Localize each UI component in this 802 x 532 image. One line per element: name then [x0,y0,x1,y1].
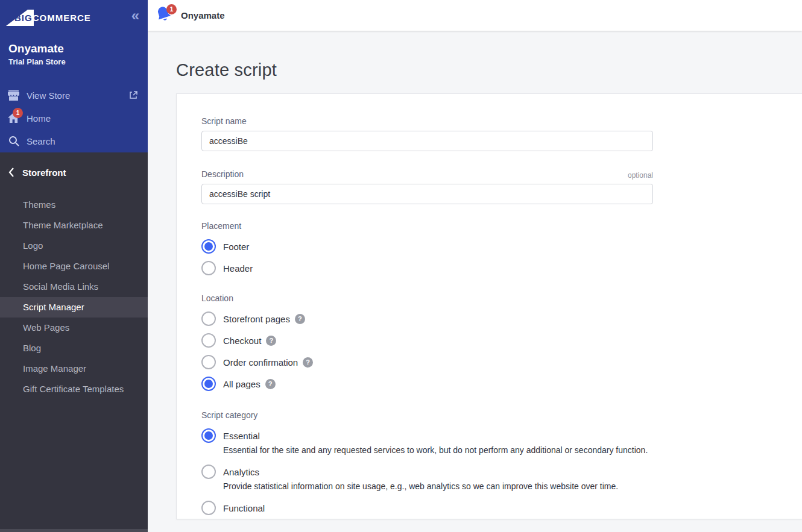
search-icon [7,135,20,147]
store-info: Onyamate Trial Plan Store [8,42,148,67]
storefront-section-header[interactable]: Storefront [0,163,148,181]
category-description: Essential for the site and any requested… [223,444,802,456]
bigcommerce-logo-mark: BIG COMMERCE [6,10,91,26]
sidebar-item-home-page-carousel[interactable]: Home Page Carousel [0,256,148,277]
create-script-form-card: Script name Description optional Placeme [176,93,802,519]
location-group: Location Storefront pages ? Checkout ? [201,293,802,391]
category-option-essential: Essential Essential for the site and any… [201,428,802,456]
storefront-icon [7,89,20,101]
placement-option-header: Header [201,261,802,275]
store-plan: Trial Plan Store [8,56,148,67]
sidebar-item-script-manager[interactable]: Script Manager [0,297,148,318]
sidebar-item-themes[interactable]: Themes [0,195,148,215]
main-area: 1 Onyamate Create script Script name Des… [148,0,802,532]
placement-label: Placement [201,221,802,231]
sidebar-item-image-manager[interactable]: Image Manager [0,358,148,379]
sidebar-bottom-strip [0,529,148,532]
topbar: 1 Onyamate [148,0,802,31]
primary-nav: View Store 1 Home Search [0,84,148,152]
radio-header[interactable] [201,261,216,275]
radio-label: Analytics [223,467,259,477]
section-title: Storefront [22,167,66,178]
app-window: BIG COMMERCE « Onyamate Trial Plan Store… [0,0,802,532]
home-notification-badge: 1 [13,108,23,118]
placement-group: Placement Footer Header [201,221,802,275]
script-name-group: Script name [201,116,802,151]
logo-text-big: BIG [14,13,33,23]
script-category-group: Script category Essential Essential for … [201,410,802,515]
notification-badge: 1 [166,4,177,14]
radio-label: Checkout [223,336,261,346]
logo-text-commerce: COMMERCE [33,13,91,23]
sidebar-item-theme-marketplace[interactable]: Theme Marketplace [0,215,148,236]
sidebar-store-panel: BIG COMMERCE « Onyamate Trial Plan Store… [0,0,148,152]
nav-label: Search [27,136,55,146]
radio-label: Functional [223,503,265,513]
sidebar-item-social-media-links[interactable]: Social Media Links [0,277,148,297]
location-option-all-pages: All pages ? [201,377,802,391]
radio-checkout[interactable] [201,333,216,348]
radio-label: Order confirmation [223,357,298,368]
category-description: Provide statistical information on site … [223,480,802,492]
nav-item-view-store[interactable]: View Store [0,84,148,107]
location-label: Location [201,293,802,303]
description-label: Description [201,169,244,180]
external-link-icon [128,90,138,100]
radio-label: Footer [223,242,249,252]
help-icon[interactable]: ? [265,379,276,389]
page-content: Create script Script name Description op… [148,31,802,532]
radio-order-confirmation[interactable] [201,355,216,369]
script-name-input[interactable] [201,131,653,151]
nav-label: View Store [27,90,70,101]
topbar-store-name: Onyamate [181,0,225,31]
back-chevron-icon [8,167,14,177]
location-option-order-confirmation: Order confirmation ? [201,355,802,369]
placement-option-footer: Footer [201,239,802,254]
radio-label: Header [223,263,253,274]
home-icon: 1 [7,112,20,124]
script-category-label: Script category [201,410,802,420]
help-icon[interactable]: ? [266,336,276,346]
optional-note: optional [628,171,653,180]
radio-functional[interactable] [201,501,216,515]
radio-all-pages[interactable] [201,377,216,391]
sidebar: BIG COMMERCE « Onyamate Trial Plan Store… [0,0,148,532]
location-option-checkout: Checkout ? [201,333,802,348]
nav-label: Home [27,113,51,124]
radio-footer[interactable] [201,239,216,254]
page-title: Create script [176,60,277,80]
bigcommerce-logo: BIG COMMERCE « [0,0,148,26]
notifications-button[interactable]: 1 [156,6,174,25]
storefront-menu: Themes Theme Marketplace Logo Home Page … [0,195,148,399]
script-name-label: Script name [201,116,802,127]
help-icon[interactable]: ? [303,357,313,368]
sidebar-item-logo[interactable]: Logo [0,236,148,256]
sidebar-collapse-icon[interactable]: « [131,8,139,23]
category-option-functional: Functional [201,501,802,515]
radio-label: Essential [223,431,260,441]
nav-item-home[interactable]: 1 Home [0,107,148,130]
radio-label: All pages [223,379,260,389]
sidebar-section: Storefront Themes Theme Marketplace Logo… [0,152,148,399]
category-option-analytics: Analytics Provide statistical informatio… [201,465,802,492]
radio-storefront-pages[interactable] [201,311,216,326]
store-name: Onyamate [8,42,148,56]
help-icon[interactable]: ? [295,314,305,324]
radio-analytics[interactable] [201,465,216,479]
location-option-storefront-pages: Storefront pages ? [201,311,802,326]
description-group: Description optional [201,169,802,204]
radio-label: Storefront pages [223,314,290,324]
sidebar-item-web-pages[interactable]: Web Pages [0,318,148,338]
radio-essential[interactable] [201,428,216,443]
sidebar-item-blog[interactable]: Blog [0,338,148,358]
description-input[interactable] [201,184,653,204]
sidebar-item-gift-certificate-templates[interactable]: Gift Certificate Templates [0,379,148,399]
nav-item-search[interactable]: Search [0,130,148,152]
